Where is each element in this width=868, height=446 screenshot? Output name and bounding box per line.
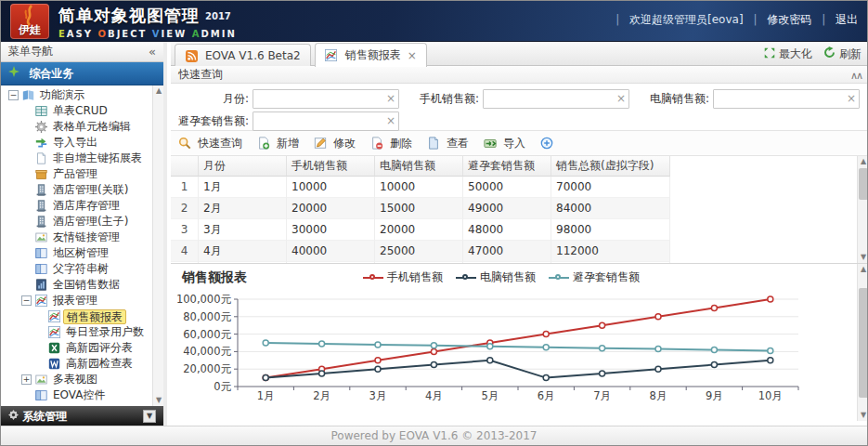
toolbar-button-2[interactable]: 新增 <box>257 136 299 151</box>
sidebar-item-16[interactable]: 每日登录用户数 <box>1 324 152 340</box>
tree-indent <box>1 269 19 269</box>
refresh-button[interactable]: 刷新 <box>823 46 862 62</box>
datagrid-scrollbar[interactable]: ▲ ▼ <box>857 156 868 263</box>
scroll-up-arrow[interactable]: ▲ <box>858 264 868 275</box>
clear-input-icon[interactable]: × <box>847 92 856 105</box>
building-icon <box>34 216 47 229</box>
column-header[interactable]: 手机销售额 <box>287 156 375 177</box>
toolbar-button-6[interactable]: 导入 <box>484 136 525 151</box>
sidebar-item-3[interactable]: 表格单元格编辑 <box>1 119 152 135</box>
sidebar-item-7[interactable]: 酒店管理(关联) <box>1 182 152 198</box>
scroll-down-arrow[interactable]: ▼ <box>858 410 868 421</box>
svg-text:7月: 7月 <box>593 389 611 402</box>
sidebar-item-12[interactable]: 父字符串树 <box>1 261 152 277</box>
toolbar-button-3[interactable]: 修改 <box>314 136 356 151</box>
sidebar-item-11[interactable]: 地区树管理 <box>1 245 152 261</box>
toolbar-button-5[interactable]: 查看 <box>427 136 469 151</box>
svg-text:40,000元: 40,000元 <box>183 345 231 358</box>
logout-link[interactable]: 退出 <box>836 13 858 26</box>
maximize-button[interactable]: 最大化 <box>764 46 812 62</box>
tab-bar: EOVA V1.6 Beta2销售额报表× 最大化 刷新 <box>171 42 868 66</box>
accordion-header-system[interactable]: 系统管理 ▼ <box>1 406 163 426</box>
column-header[interactable]: 月份 <box>199 156 287 177</box>
legend-item[interactable]: 手机销售额 <box>363 269 443 285</box>
toolbar-add-button[interactable] <box>540 137 556 150</box>
collapse-toggle-icon[interactable]: − <box>8 90 19 100</box>
svg-text:60,000元: 60,000元 <box>183 328 231 341</box>
scroll-up-arrow[interactable]: ▲ <box>153 85 164 97</box>
collapse-toggle-icon[interactable]: − <box>21 295 32 306</box>
scroll-down-arrow[interactable]: ▼ <box>858 252 868 263</box>
tree-indent <box>1 363 32 364</box>
sidebar-item-15[interactable]: 销售额报表 <box>1 308 152 324</box>
sidebar-item-17[interactable]: 高新园评分表 <box>1 340 152 356</box>
change-password-link[interactable]: 修改密码 <box>767 13 811 26</box>
clear-input-icon[interactable]: × <box>386 114 395 127</box>
sidebar-item-label: 非自增主键拓展表 <box>50 151 145 166</box>
sidebar-item-10[interactable]: 友情链接管理 <box>1 230 152 245</box>
field-input[interactable] <box>255 91 382 107</box>
sidebar-collapse-icon[interactable]: « <box>149 42 156 61</box>
scrollbar-thumb[interactable] <box>859 168 868 200</box>
sidebar-item-9[interactable]: 酒店管理(主子) <box>1 214 152 230</box>
scrollbar-thumb[interactable] <box>859 288 868 398</box>
svg-text:5月: 5月 <box>481 389 499 402</box>
toolbar-button-label: 快速查询 <box>198 136 242 151</box>
field-input[interactable] <box>716 91 842 107</box>
close-icon[interactable]: × <box>408 49 417 62</box>
edit-icon <box>314 137 327 150</box>
sidebar-item-1[interactable]: −功能演示 <box>1 87 152 103</box>
table-row[interactable]: 44月400002500047000112000 <box>171 241 868 262</box>
tab-1[interactable]: EOVA V1.6 Beta2 <box>175 44 311 67</box>
scroll-down-arrow[interactable]: ▼ <box>153 395 164 406</box>
sidebar-item-13[interactable]: 全国销售数据 <box>1 277 152 293</box>
accordion-header-business[interactable]: 综合业务 <box>1 62 163 85</box>
svg-text:1月: 1月 <box>257 389 275 402</box>
tab-2[interactable]: 销售额报表× <box>315 43 427 67</box>
table-row[interactable]: 33月30000200004800098000 <box>171 219 868 241</box>
sidebar-item-2[interactable]: 单表CRUD <box>1 103 152 119</box>
sidebar-item-19[interactable]: +多表视图 <box>1 372 152 387</box>
sidebar-item-4[interactable]: 导入导出 <box>1 135 152 151</box>
collapse-chevron-icon[interactable]: ∧∧ <box>850 68 862 85</box>
field-label: 手机销售额: <box>405 91 483 107</box>
toolbar-button-4[interactable]: 删除 <box>370 136 412 151</box>
field-input[interactable] <box>255 113 382 129</box>
svg-text:10月: 10月 <box>758 389 783 402</box>
legend-item[interactable]: 电脑销售额 <box>456 269 536 285</box>
table-row[interactable]: 11月10000100005000070000 <box>171 177 868 198</box>
scroll-up-arrow[interactable]: ▲ <box>858 156 868 167</box>
toolbar-button-label: 导入 <box>503 136 525 151</box>
sidebar-item-20[interactable]: EOVA控件 <box>1 387 152 403</box>
sidebar-scrollbar[interactable]: ▲ ▼ <box>152 85 163 406</box>
sidebar-item-18[interactable]: 高新园检查表 <box>1 356 152 372</box>
column-header[interactable]: 避孕套销售额 <box>463 156 551 177</box>
app-title: 简单对象视图管理 <box>58 6 200 25</box>
table-icon <box>34 105 47 118</box>
treewin-icon <box>34 247 47 260</box>
sidebar-item-8[interactable]: 酒店库存管理 <box>1 198 152 214</box>
table-cell: 15000 <box>375 198 463 219</box>
chevron-down-icon[interactable]: ▼ <box>143 410 156 423</box>
sidebar-item-label: 每日登录用户数 <box>63 324 147 340</box>
clear-input-icon[interactable]: × <box>616 92 626 105</box>
excel-icon <box>47 342 60 355</box>
sidebar-item-label: 酒店管理(关联) <box>50 182 131 198</box>
field-input-box: × <box>253 112 399 131</box>
column-header[interactable]: 电脑销售额 <box>375 156 463 177</box>
sidebar-item-14[interactable]: −报表管理 <box>1 293 152 308</box>
sidebar-item-6[interactable]: 产品管理 <box>1 166 152 182</box>
row-number: 2 <box>171 198 199 219</box>
field-input[interactable] <box>486 91 612 107</box>
table-row[interactable]: 22月20000150004900084000 <box>171 198 868 219</box>
column-header[interactable]: 销售总额(虚拟字段) <box>551 156 670 177</box>
toolbar-button-1[interactable]: 快速查询 <box>178 136 242 151</box>
clear-input-icon[interactable]: × <box>386 92 395 105</box>
sidebar-item-5[interactable]: 非自增主键拓展表 <box>1 151 152 166</box>
expand-toggle-icon[interactable]: + <box>21 374 32 385</box>
legend-item[interactable]: 避孕套销售额 <box>549 269 640 285</box>
tree-indent <box>1 284 19 285</box>
content-scrollbar[interactable]: ▲ ▼ <box>857 264 868 421</box>
svg-text:0元: 0元 <box>214 380 231 393</box>
tree-indent <box>1 237 19 238</box>
